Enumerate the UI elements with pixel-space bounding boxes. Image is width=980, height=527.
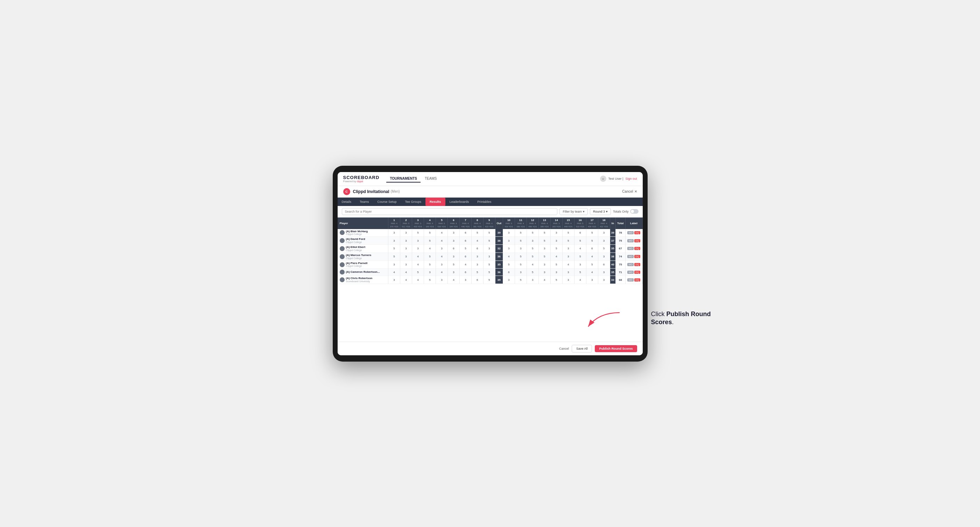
round-select[interactable]: Round 3 ▾ <box>590 208 611 215</box>
hole-1-score[interactable]: 3 <box>388 276 400 284</box>
tab-details[interactable]: Details <box>337 198 356 206</box>
hole-12-score[interactable]: 5 <box>527 252 538 260</box>
hole-15-score[interactable]: 3 <box>562 268 574 276</box>
nav-teams[interactable]: TEAMS <box>421 175 440 183</box>
hole-3-score[interactable]: 4 <box>412 260 424 268</box>
hole-9-score[interactable]: 3 <box>483 245 495 253</box>
hole-14-score[interactable]: 5 <box>550 276 562 284</box>
hole-6-score[interactable]: 3 <box>447 268 460 276</box>
hole-13-score[interactable]: 3 <box>538 245 550 253</box>
hole-5-score[interactable]: 4 <box>436 252 447 260</box>
hole-12-score[interactable]: 4 <box>527 260 538 268</box>
wd-badge[interactable]: WD <box>627 247 634 250</box>
hole-13-score[interactable]: 4 <box>538 276 550 284</box>
hole-3-score[interactable]: 3 <box>412 245 424 253</box>
hole-1-score[interactable]: 3 <box>388 237 400 245</box>
hole-13-score[interactable]: 5 <box>538 229 550 237</box>
search-input[interactable] <box>342 208 558 215</box>
tab-leaderboards[interactable]: Leaderboards <box>445 198 473 206</box>
hole-18-score[interactable]: 3 <box>598 237 610 245</box>
save-all-button[interactable]: Save All <box>572 345 592 352</box>
hole-12-score[interactable]: 5 <box>527 229 538 237</box>
wd-badge[interactable]: WD <box>627 278 634 281</box>
hole-4-score[interactable]: 5 <box>424 276 436 284</box>
hole-2-score[interactable]: 3 <box>400 245 412 253</box>
hole-4-score[interactable]: 4 <box>424 245 436 253</box>
hole-8-score[interactable]: 5 <box>471 229 483 237</box>
tab-teams[interactable]: Teams <box>355 198 373 206</box>
hole-8-score[interactable]: 4 <box>471 237 483 245</box>
tab-results[interactable]: Results <box>425 198 445 206</box>
hole-7-score[interactable]: 3 <box>460 276 471 284</box>
dq-badge[interactable]: DQ <box>634 271 640 274</box>
wd-badge[interactable]: WD <box>627 239 634 242</box>
hole-12-score[interactable]: 3 <box>527 237 538 245</box>
hole-1-score[interactable]: 3 <box>388 229 400 237</box>
hole-7-score[interactable]: 6 <box>460 229 471 237</box>
hole-14-score[interactable]: 3 <box>550 229 562 237</box>
hole-13-score[interactable]: 3 <box>538 268 550 276</box>
hole-9-score[interactable]: 5 <box>483 260 495 268</box>
hole-17-score[interactable]: 5 <box>586 260 598 268</box>
hole-13-score[interactable]: 5 <box>538 237 550 245</box>
dq-badge[interactable]: DQ <box>634 278 640 281</box>
dq-badge[interactable]: DQ <box>634 255 640 258</box>
hole-18-score[interactable]: 3 <box>598 268 610 276</box>
hole-17-score[interactable]: 3 <box>586 276 598 284</box>
hole-5-score[interactable]: 4 <box>436 237 447 245</box>
hole-2-score[interactable]: 3 <box>400 260 412 268</box>
hole-11-score[interactable]: 5 <box>515 276 527 284</box>
hole-6-score[interactable]: 3 <box>447 229 460 237</box>
hole-4-score[interactable]: 5 <box>424 229 436 237</box>
hole-2-score[interactable]: 3 <box>400 237 412 245</box>
hole-6-score[interactable]: 4 <box>447 276 460 284</box>
cancel-tournament-button[interactable]: Cancel ✕ <box>622 189 637 194</box>
hole-16-score[interactable]: 6 <box>574 229 586 237</box>
hole-14-score[interactable]: 5 <box>550 260 562 268</box>
hole-15-score[interactable]: 5 <box>562 229 574 237</box>
hole-8-score[interactable]: 3 <box>471 260 483 268</box>
dq-badge[interactable]: DQ <box>634 239 640 242</box>
hole-18-score[interactable]: 3 <box>598 276 610 284</box>
wd-badge[interactable]: WD <box>627 271 634 274</box>
hole-8-score[interactable]: 6 <box>471 276 483 284</box>
hole-9-score[interactable]: 3 <box>483 252 495 260</box>
hole-4-score[interactable]: 5 <box>424 237 436 245</box>
hole-4-score[interactable]: 5 <box>424 260 436 268</box>
hole-2-score[interactable]: 4 <box>400 268 412 276</box>
hole-2-score[interactable]: 3 <box>400 252 412 260</box>
hole-11-score[interactable]: 5 <box>515 260 527 268</box>
dq-badge[interactable]: DQ <box>634 263 640 266</box>
hole-13-score[interactable]: 3 <box>538 260 550 268</box>
hole-3-score[interactable]: 4 <box>412 252 424 260</box>
hole-1-score[interactable]: 3 <box>388 260 400 268</box>
hole-7-score[interactable]: 6 <box>460 268 471 276</box>
hole-6-score[interactable]: 6 <box>447 245 460 253</box>
hole-5-score[interactable]: 3 <box>436 245 447 253</box>
hole-3-score[interactable]: 5 <box>412 268 424 276</box>
wd-badge[interactable]: WD <box>627 231 634 234</box>
filter-team-button[interactable]: Filter by team ▾ <box>560 208 588 215</box>
hole-10-score[interactable]: 4 <box>503 252 515 260</box>
hole-7-score[interactable]: 4 <box>460 260 471 268</box>
hole-10-score[interactable]: 3 <box>503 237 515 245</box>
hole-2-score[interactable]: 3 <box>400 229 412 237</box>
hole-5-score[interactable]: 3 <box>436 260 447 268</box>
hole-15-score[interactable]: 3 <box>562 276 574 284</box>
hole-4-score[interactable]: 5 <box>424 252 436 260</box>
hole-17-score[interactable]: 4 <box>586 268 598 276</box>
hole-5-score[interactable]: 4 <box>436 229 447 237</box>
hole-17-score[interactable]: 5 <box>586 229 598 237</box>
hole-10-score[interactable]: 3 <box>503 245 515 253</box>
dq-badge[interactable]: DQ <box>634 247 640 250</box>
hole-16-score[interactable]: 5 <box>574 237 586 245</box>
nav-tournaments[interactable]: TOURNAMENTS <box>386 175 420 183</box>
hole-15-score[interactable]: 5 <box>562 237 574 245</box>
hole-16-score[interactable]: 4 <box>574 245 586 253</box>
hole-8-score[interactable]: 6 <box>471 245 483 253</box>
hole-17-score[interactable]: 6 <box>586 245 598 253</box>
hole-10-score[interactable]: 6 <box>503 268 515 276</box>
signout-link[interactable]: Sign out <box>625 177 637 181</box>
hole-1-score[interactable]: 5 <box>388 252 400 260</box>
hole-5-score[interactable]: 3 <box>436 276 447 284</box>
